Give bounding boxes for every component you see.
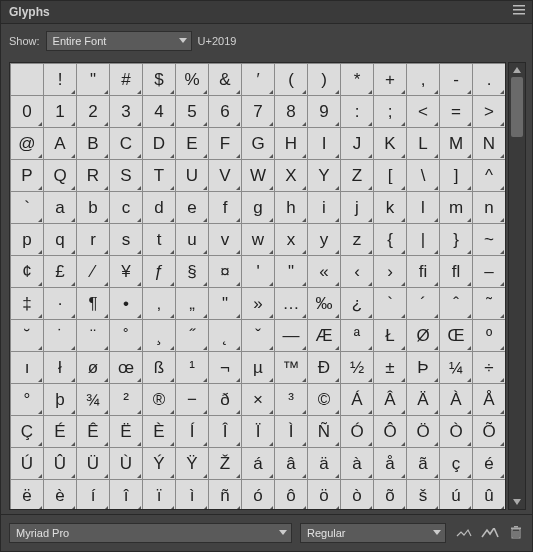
glyph-cell[interactable]: ä [308, 448, 341, 480]
glyph-cell[interactable]: N [473, 128, 506, 160]
glyph-cell[interactable]: ¬ [209, 352, 242, 384]
glyph-cell[interactable]: Œ [440, 320, 473, 352]
glyph-cell[interactable]: Ð [308, 352, 341, 384]
glyph-cell[interactable]: û [473, 480, 506, 511]
glyph-cell[interactable]: z [341, 224, 374, 256]
glyph-cell[interactable]: ® [143, 384, 176, 416]
glyph-cell[interactable]: ` [11, 192, 44, 224]
glyph-cell[interactable]: s [110, 224, 143, 256]
font-family-dropdown[interactable]: Myriad Pro [9, 523, 292, 543]
glyph-cell[interactable]: b [77, 192, 110, 224]
glyph-cell[interactable]: À [440, 384, 473, 416]
glyph-cell[interactable]: Ì [275, 416, 308, 448]
glyph-cell[interactable]: W [242, 160, 275, 192]
glyph-cell[interactable]: " [275, 256, 308, 288]
glyph-cell[interactable]: ? [506, 96, 507, 128]
glyph-cell[interactable]: l [407, 192, 440, 224]
glyph-cell[interactable]: = [440, 96, 473, 128]
glyph-cell[interactable]: ¡ [506, 224, 507, 256]
glyph-cell[interactable]: ; [374, 96, 407, 128]
glyph-cell[interactable]: ó [242, 480, 275, 511]
glyph-cell[interactable]: ı [11, 352, 44, 384]
glyph-cell[interactable]: ˇ [242, 320, 275, 352]
glyph-cell[interactable]: 5 [176, 96, 209, 128]
glyph-cell[interactable]: š [407, 480, 440, 511]
glyph-cell[interactable]: ¼ [440, 352, 473, 384]
glyph-cell[interactable]: " [209, 288, 242, 320]
glyph-cell[interactable]: ˚ [110, 320, 143, 352]
glyph-cell[interactable]: á [242, 448, 275, 480]
glyph-cell[interactable]: µ [242, 352, 275, 384]
glyph-cell[interactable]: ˙ [44, 320, 77, 352]
glyph-cell[interactable]: . [473, 64, 506, 96]
glyph-cell[interactable]: c [110, 192, 143, 224]
glyph-cell[interactable]: § [176, 256, 209, 288]
glyph-cell[interactable]: â [275, 448, 308, 480]
glyph-cell[interactable]: 2 [77, 96, 110, 128]
glyph-cell[interactable]: y [308, 224, 341, 256]
glyph-cell[interactable]: r [77, 224, 110, 256]
glyph-cell[interactable]: , [407, 64, 440, 96]
glyph-cell[interactable]: Î [209, 416, 242, 448]
glyph-cell[interactable]: Ø [407, 320, 440, 352]
glyph-cell[interactable]: ¨ [77, 320, 110, 352]
glyph-cell[interactable]: Ÿ [176, 448, 209, 480]
glyph-cell[interactable]: ½ [341, 352, 374, 384]
glyph-cell[interactable]: ™ [275, 352, 308, 384]
glyph-cell[interactable]: X [275, 160, 308, 192]
glyph-cell[interactable]: ¥ [110, 256, 143, 288]
glyph-cell[interactable]: F [209, 128, 242, 160]
glyph-cell[interactable]: Y [308, 160, 341, 192]
glyph-cell[interactable]: + [374, 64, 407, 96]
glyph-cell[interactable]: h [275, 192, 308, 224]
glyph-cell[interactable]: æ [506, 320, 507, 352]
glyph-cell[interactable]: £ [44, 256, 77, 288]
glyph-cell[interactable]: H [275, 128, 308, 160]
glyph-cell[interactable]: o [506, 192, 507, 224]
glyph-cell[interactable]: º [473, 320, 506, 352]
glyph-cell[interactable]: x [275, 224, 308, 256]
glyph-cell[interactable]: ƒ [143, 256, 176, 288]
glyph-cell[interactable]: ^ [473, 160, 506, 192]
glyph-cell[interactable]: Þ [407, 352, 440, 384]
glyph-cell[interactable]: „ [176, 288, 209, 320]
glyph-cell[interactable]: ﬂ [440, 256, 473, 288]
glyph-cell[interactable]: U [176, 160, 209, 192]
glyph-cell[interactable]: D [143, 128, 176, 160]
glyph-cell[interactable]: Ë [110, 416, 143, 448]
glyph-cell[interactable]: ç [440, 448, 473, 480]
glyph-cell[interactable]: _ [506, 160, 507, 192]
glyph-cell[interactable]: Ñ [308, 416, 341, 448]
glyph-cell[interactable]: % [176, 64, 209, 96]
glyph-cell[interactable]: è [44, 480, 77, 511]
glyph-cell[interactable]: ł [44, 352, 77, 384]
glyph-cell[interactable]: ø [77, 352, 110, 384]
glyph-cell[interactable]: M [440, 128, 473, 160]
glyph-cell[interactable]: ³ [275, 384, 308, 416]
glyph-cell[interactable]: Ã [506, 384, 507, 416]
glyph-cell[interactable]: ] [440, 160, 473, 192]
glyph-cell[interactable]: p [11, 224, 44, 256]
glyph-cell[interactable]: ð [209, 384, 242, 416]
glyph-cell[interactable]: L [407, 128, 440, 160]
glyph-cell[interactable]: # [110, 64, 143, 96]
glyph-cell[interactable]: " [77, 64, 110, 96]
glyph-cell[interactable]: G [242, 128, 275, 160]
glyph-cell[interactable]: \ [407, 160, 440, 192]
glyph-cell[interactable]: É [44, 416, 77, 448]
glyph-cell[interactable]: u [176, 224, 209, 256]
glyph-cell[interactable]: ¿ [341, 288, 374, 320]
glyph-cell[interactable]: 1 [44, 96, 77, 128]
glyph-cell[interactable]: 8 [275, 96, 308, 128]
glyph-cell[interactable]: g [242, 192, 275, 224]
glyph-cell[interactable]: > [473, 96, 506, 128]
glyph-cell[interactable]: ò [341, 480, 374, 511]
glyph-cell[interactable]: ¢ [11, 256, 44, 288]
glyph-cell[interactable]: Š [506, 416, 507, 448]
glyph-cell[interactable]: – [473, 256, 506, 288]
zoom-in-button[interactable] [480, 526, 500, 540]
glyph-cell[interactable]: • [110, 288, 143, 320]
glyph-cell[interactable]: … [275, 288, 308, 320]
glyph-cell[interactable]: ˆ [440, 288, 473, 320]
glyph-cell[interactable]: Í [176, 416, 209, 448]
